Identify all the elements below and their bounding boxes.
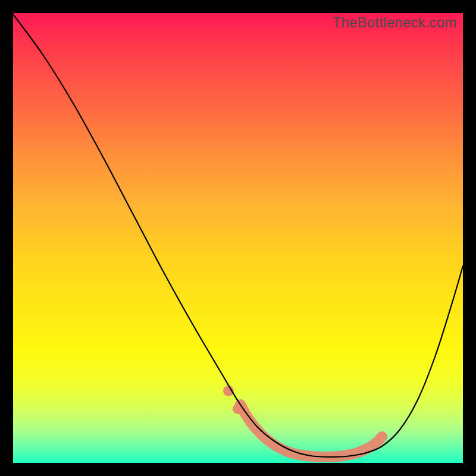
highlight-dot <box>233 403 243 414</box>
chart-plot-area: TheBottleneck.com <box>13 13 463 463</box>
bottleneck-curve-svg <box>13 13 463 463</box>
bottleneck-curve <box>13 14 463 457</box>
